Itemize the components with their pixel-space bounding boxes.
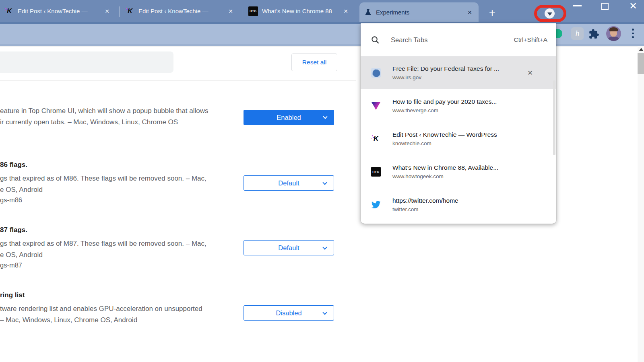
flag-heading: ring list [0, 291, 25, 299]
tab-result-howtogeek[interactable]: HTG What’s New in Chrome 88, Available..… [361, 155, 556, 188]
result-url: twitter.com [392, 206, 458, 212]
search-placeholder: Search Tabs [391, 36, 503, 44]
maximize-button[interactable] [601, 3, 609, 10]
tab-separator [242, 6, 242, 17]
tab-title: Edit Post ‹ KnowTechie — [18, 8, 98, 14]
flag-description: gs that expired as of M86. These flags w… [0, 173, 242, 195]
tab-title: Experiments [376, 9, 461, 16]
result-url: knowtechie.com [392, 140, 497, 146]
flag-description: eature in Top Chrome UI, which will show… [0, 105, 242, 128]
extension-h-icon[interactable]: h [571, 27, 584, 40]
tab-result-twitter[interactable]: https://twitter.com/home twitter.com [361, 188, 556, 221]
flag-state-dropdown-enabled[interactable]: Enabled [244, 110, 334, 125]
result-url: www.irs.gov [392, 74, 499, 80]
result-title: Edit Post ‹ KnowTechie — WordPress [392, 131, 497, 138]
tab-title: What’s New in Chrome 88 [262, 8, 337, 14]
tab-result-knowtechie[interactable]: K Edit Post ‹ KnowTechie — WordPress kno… [361, 122, 556, 155]
result-title: Free File: Do your Federal Taxes for ... [392, 65, 499, 72]
extensions-puzzle-icon[interactable] [588, 29, 599, 41]
flag-heading: 86 flags. [0, 161, 27, 169]
tab-search-panel: Search Tabs Ctrl+Shift+A Free File: Do y… [361, 23, 556, 224]
knowtechie-favicon-icon: K [5, 7, 14, 16]
tab-whats-new-chrome[interactable]: HTG What’s New in Chrome 88 ✕ [244, 0, 355, 22]
panel-scrollbar-thumb[interactable] [553, 80, 555, 155]
tab-close-icon[interactable]: ✕ [102, 6, 112, 16]
flag-permalink[interactable]: gs-m86 [0, 196, 22, 204]
flag-description: gs that expired as of M87. These flags w… [0, 238, 242, 260]
tab-close-icon[interactable]: ✕ [226, 6, 235, 16]
flag-state-dropdown-disabled[interactable]: Disabled [244, 305, 334, 321]
tab-experiments-active[interactable]: Experiments ✕ [359, 2, 479, 22]
divider [0, 80, 356, 81]
tab-edit-post-1[interactable]: K Edit Post ‹ KnowTechie — ✕ [0, 0, 116, 22]
twitter-favicon-icon [371, 200, 381, 210]
howtogeek-favicon-icon: HTG [371, 167, 381, 177]
tab-separator [119, 6, 120, 17]
result-title: https://twitter.com/home [392, 197, 458, 204]
flag-state-dropdown-default-m87[interactable]: Default [244, 240, 334, 255]
flask-icon [364, 8, 372, 16]
avatar-hair [609, 27, 618, 31]
chevron-down-icon [323, 114, 327, 119]
browser-menu-icon[interactable] [632, 29, 634, 40]
tab-close-icon[interactable]: ✕ [465, 8, 475, 17]
new-tab-button[interactable]: + [485, 6, 499, 20]
knowtechie-favicon-icon: K [371, 134, 381, 144]
page-scrollbar[interactable] [638, 46, 644, 362]
tab-search-button[interactable] [545, 8, 555, 19]
flag-permalink[interactable]: gs-m87 [0, 261, 22, 269]
reset-all-button[interactable]: Reset all [291, 53, 337, 71]
minimize-button[interactable] [573, 5, 582, 6]
tab-close-icon[interactable]: ✕ [341, 6, 351, 16]
irs-favicon-icon [371, 68, 381, 78]
result-title: How to file and pay your 2020 taxes... [392, 98, 497, 105]
window-close-button[interactable]: ✕ [627, 0, 639, 12]
tab-result-irs[interactable]: Free File: Do your Federal Taxes for ...… [361, 56, 556, 89]
chevron-down-icon [547, 12, 552, 16]
scrollbar-up-arrow-icon[interactable] [639, 48, 643, 51]
result-title: What’s New in Chrome 88, Available... [392, 164, 498, 171]
profile-avatar[interactable] [606, 26, 621, 41]
flag-state-dropdown-default-m86[interactable]: Default [244, 175, 334, 191]
result-url: www.howtogeek.com [392, 173, 498, 179]
howtogeek-favicon-icon: HTG [248, 6, 258, 16]
keyboard-shortcut: Ctrl+Shift+A [514, 36, 547, 43]
verge-favicon-icon [371, 101, 381, 111]
chevron-down-icon [322, 180, 327, 185]
tab-result-theverge[interactable]: How to file and pay your 2020 taxes... w… [361, 89, 556, 122]
search-icon [371, 35, 380, 45]
flag-heading: 87 flags. [0, 226, 27, 234]
close-tab-icon[interactable]: ✕ [525, 68, 535, 78]
chevron-down-icon [322, 245, 327, 249]
flag-description: tware rendering list and enables GPU-acc… [0, 303, 242, 325]
tab-search-field[interactable]: Search Tabs Ctrl+Shift+A [361, 23, 556, 56]
knowtechie-favicon-icon: K [126, 7, 134, 16]
flags-search-box[interactable] [0, 51, 173, 73]
result-url: www.theverge.com [392, 107, 497, 113]
tab-edit-post-2[interactable]: K Edit Post ‹ KnowTechie — ✕ [121, 0, 239, 22]
page-scrollbar-thumb[interactable] [638, 53, 644, 74]
tab-title: Edit Post ‹ KnowTechie — [138, 8, 222, 14]
chevron-down-icon [322, 310, 327, 315]
